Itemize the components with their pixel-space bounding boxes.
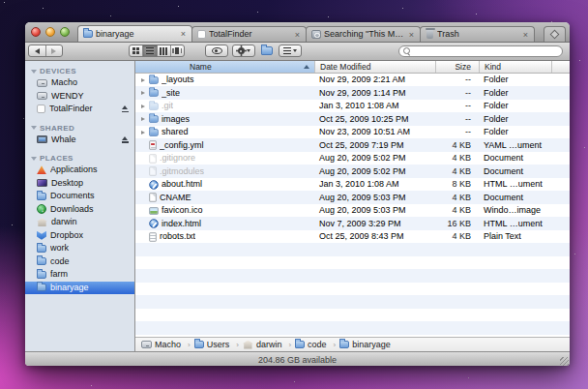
- size-cell: --: [435, 126, 479, 139]
- sidebar-item[interactable]: Macho: [25, 76, 134, 90]
- icon-view-button[interactable]: [130, 45, 142, 56]
- file-name-cell[interactable]: .git: [135, 100, 314, 113]
- table-row[interactable]: .gitmodules Aug 20, 2009 5:02 PM 4 KB Do…: [135, 165, 570, 179]
- file-name-cell[interactable]: .gitignore: [135, 152, 314, 165]
- sidebar-item[interactable]: code: [25, 255, 134, 269]
- tab-close-icon[interactable]: ×: [294, 28, 301, 42]
- minimize-button[interactable]: [45, 27, 55, 37]
- search-field[interactable]: [398, 45, 563, 57]
- forward-button[interactable]: [45, 45, 63, 56]
- action-menu-button[interactable]: [232, 45, 255, 57]
- tab-icon: [197, 30, 206, 39]
- file-name-cell[interactable]: images: [135, 113, 314, 127]
- quick-look-button[interactable]: [205, 45, 228, 57]
- sidebar-item[interactable]: Desktop: [25, 177, 134, 191]
- search-input[interactable]: [413, 46, 558, 56]
- disclosure-triangle-icon[interactable]: [140, 91, 146, 95]
- column-header-kind[interactable]: Kind: [479, 61, 551, 73]
- sidebar-section-shared[interactable]: SHARED: [25, 122, 134, 134]
- eject-icon[interactable]: [121, 105, 130, 113]
- file-name-cell[interactable]: .gitmodules: [135, 165, 314, 179]
- path-segment[interactable]: darwin ›: [243, 340, 295, 349]
- size-cell: 4 KB: [435, 204, 479, 218]
- path-segment-icon: [295, 341, 305, 348]
- path-segment[interactable]: binaryage: [339, 340, 401, 349]
- disclosure-triangle-icon[interactable]: [140, 78, 146, 82]
- finder-tab[interactable]: TotalFinder ×: [191, 26, 307, 42]
- file-name-cell[interactable]: about.html: [135, 178, 314, 192]
- file-name: shared: [162, 126, 189, 138]
- arrange-menu-button[interactable]: [279, 45, 302, 57]
- table-row[interactable]: _site Nov 29, 2009 1:14 PM -- Folder: [135, 87, 570, 101]
- column-header-name[interactable]: Name: [135, 61, 314, 73]
- table-row[interactable]: .gitignore Aug 20, 2009 5:02 PM 4 KB Doc…: [135, 152, 570, 165]
- disclosure-triangle-icon[interactable]: [140, 105, 146, 108]
- kind-cell: Folder: [479, 87, 551, 101]
- size-cell: --: [435, 74, 479, 87]
- column-view-button[interactable]: [157, 45, 170, 56]
- table-row[interactable]: shared Nov 23, 2009 10:51 AM -- Folder: [135, 126, 570, 139]
- sidebar-item[interactable]: Downloads: [25, 203, 134, 217]
- sidebar-section-devices[interactable]: DEVICES: [25, 65, 134, 76]
- file-icon: [149, 115, 159, 123]
- path-segment[interactable]: Users ›: [194, 340, 243, 349]
- resize-grip[interactable]: [560, 357, 569, 366]
- finder-tab[interactable]: binaryage ×: [77, 25, 192, 42]
- coverflow-view-button[interactable]: [170, 45, 184, 56]
- zoom-button[interactable]: [60, 27, 70, 37]
- sidebar-item-label: binaryage: [50, 282, 117, 294]
- column-header-size[interactable]: Size: [435, 61, 479, 73]
- sidebar-section-places[interactable]: PLACES: [25, 152, 134, 164]
- path-segment[interactable]: code ›: [295, 340, 339, 349]
- path-separator: ›: [288, 341, 291, 349]
- disclosure-triangle-icon[interactable]: [140, 131, 146, 135]
- sidebar-item[interactable]: Dropbox: [25, 229, 134, 243]
- new-tab-button[interactable]: [544, 26, 566, 42]
- file-name-cell[interactable]: CNAME: [135, 192, 314, 205]
- sidebar-item[interactable]: farm: [25, 268, 134, 282]
- back-button[interactable]: [29, 45, 45, 56]
- empty-cell: [551, 152, 570, 165]
- sidebar-item-label: Applications: [50, 164, 117, 176]
- table-row[interactable]: CNAME Aug 20, 2009 5:03 PM 4 KB Document: [135, 192, 570, 205]
- eject-icon[interactable]: [121, 135, 130, 144]
- finder-tab[interactable]: Searching "This Mac" ×: [306, 26, 421, 42]
- tab-close-icon[interactable]: ×: [180, 27, 187, 41]
- file-name-cell[interactable]: _site: [135, 87, 314, 101]
- file-name-cell[interactable]: index.html: [135, 218, 314, 231]
- sidebar-item-icon: [37, 245, 46, 253]
- column-header-date-modified[interactable]: Date Modified: [314, 61, 435, 73]
- table-row[interactable]: _config.yml Oct 25, 2009 7:19 PM 4 KB YA…: [135, 139, 570, 153]
- sidebar-item[interactable]: work: [25, 242, 134, 255]
- file-name-cell[interactable]: robots.txt: [135, 230, 314, 244]
- sidebar-item[interactable]: binaryage: [25, 282, 134, 295]
- sidebar-item[interactable]: Applications: [25, 164, 134, 177]
- table-row[interactable]: about.html Jan 3, 2010 1:08 AM 8 KB HTML…: [135, 178, 570, 192]
- table-row[interactable]: robots.txt Oct 25, 2009 8:43 PM 4 KB Pla…: [135, 230, 570, 244]
- table-row[interactable]: images Oct 25, 2009 10:25 PM -- Folder: [135, 113, 570, 127]
- file-name-cell[interactable]: favicon.ico: [135, 204, 314, 218]
- tab-close-icon[interactable]: ×: [408, 28, 415, 42]
- file-name: robots.txt: [160, 230, 195, 243]
- column-label: Size: [455, 62, 471, 72]
- column-view-icon: [160, 47, 162, 55]
- table-row[interactable]: .git Jan 3, 2010 1:08 AM -- Folder: [135, 100, 570, 113]
- sidebar-item[interactable]: Documents: [25, 190, 134, 203]
- table-row[interactable]: index.html Nov 7, 2009 3:29 PM 16 KB HTM…: [135, 218, 570, 231]
- table-row[interactable]: favicon.ico Aug 20, 2009 5:03 PM 4 KB Wi…: [135, 204, 570, 218]
- sidebar-item[interactable]: darwin: [25, 216, 134, 229]
- file-name-cell[interactable]: shared: [135, 126, 314, 139]
- sidebar-item[interactable]: Whale: [25, 134, 134, 147]
- table-row[interactable]: _layouts Nov 29, 2009 2:21 AM -- Folder: [135, 74, 570, 87]
- close-button[interactable]: [31, 27, 41, 37]
- tab-close-icon[interactable]: ×: [522, 28, 529, 42]
- path-segment[interactable]: Macho ›: [141, 340, 194, 349]
- file-name-cell[interactable]: _layouts: [135, 74, 314, 87]
- sidebar-item[interactable]: TotalFinder: [25, 103, 134, 116]
- new-folder-button[interactable]: [259, 45, 275, 57]
- file-name-cell[interactable]: _config.yml: [135, 139, 314, 153]
- sidebar-item[interactable]: WENDY: [25, 90, 134, 104]
- finder-tab[interactable]: Trash ×: [420, 26, 535, 42]
- list-view-button[interactable]: [142, 45, 156, 56]
- disclosure-triangle-icon[interactable]: [140, 117, 146, 121]
